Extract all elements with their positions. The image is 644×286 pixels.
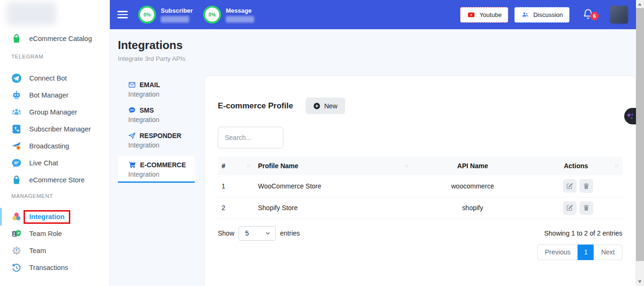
notification-count-badge: 6 [590, 12, 599, 20]
subscriber-stat-value-blurred [161, 16, 189, 23]
profile-name-cell: Shopify Store [254, 197, 412, 219]
sidebar-item-label: Subscriber Manager [29, 125, 91, 133]
youtube-icon [467, 11, 476, 18]
column-header-profile-name[interactable]: Profile Name ↑↓ [254, 156, 412, 175]
tab-label: RESPONDER [140, 132, 182, 139]
scrollbar-down-arrow[interactable] [638, 280, 642, 283]
tab-sms-integration[interactable]: SMS SMS Integration [118, 105, 195, 123]
page-size-select[interactable]: 5 [239, 226, 276, 241]
edit-button[interactable] [563, 179, 577, 193]
entries-label: entries [280, 229, 300, 237]
delete-button[interactable] [579, 179, 593, 193]
tab-sublabel: Integration [128, 171, 195, 178]
chat-bubble-icon [11, 158, 22, 168]
row-index-cell: 1 [218, 175, 254, 197]
discussion-button-label: Discussion [533, 11, 563, 18]
purple-sparkles-icon [626, 112, 635, 121]
shopping-bag-green-icon [11, 33, 22, 44]
sidebar-item-live-chat[interactable]: Live Chat [0, 155, 109, 172]
search-input[interactable] [218, 127, 283, 148]
shopping-cart-icon [128, 161, 136, 169]
message-progress-ring: 0% [203, 6, 221, 24]
sidebar-item-group-manager[interactable]: Group Manager [0, 104, 109, 121]
sidebar-item-ecommerce-catalog[interactable]: eCommerce Catalog [0, 28, 109, 49]
history-clock-icon [11, 262, 22, 273]
sidebar-item-label: eCommerce Catalog [29, 35, 92, 42]
column-header-api-name[interactable]: API Name [412, 156, 533, 175]
telegram-plane-icon [11, 73, 22, 83]
shopping-bag-blue-icon [11, 175, 22, 185]
sidebar-item-subscriber-manager[interactable]: Subscriber Manager [0, 121, 109, 138]
tab-sublabel: Integration [128, 141, 195, 149]
sort-icon: ↑↓ [247, 163, 250, 168]
sidebar-item-bot-manager[interactable]: Bot Manager [0, 87, 109, 104]
api-name-cell: shopify [412, 197, 533, 219]
page-size-value: 5 [245, 229, 249, 237]
sidebar-management-list: Integration Team Role Team Transaction [0, 204, 109, 276]
tab-label: EMAIL [140, 81, 160, 89]
tab-email-integration[interactable]: EMAIL Integration [118, 80, 195, 98]
new-profile-button[interactable]: New [305, 98, 345, 114]
table-row: 2 Shopify Store shopify [218, 197, 622, 219]
sort-icon: ↑↓ [405, 163, 408, 168]
subscriber-progress-ring: 0% [138, 6, 156, 24]
column-label: Actions [564, 162, 588, 170]
sidebar-item-label: Connect Bot [29, 74, 67, 82]
scrollbar-up-arrow[interactable] [638, 3, 642, 6]
column-header-actions[interactable]: Actions ↑↓ [533, 156, 622, 175]
tab-sublabel: Integration [128, 90, 195, 98]
plus-circle-icon [313, 102, 321, 110]
column-label: Profile Name [258, 162, 298, 170]
previous-page-button[interactable]: Previous [537, 245, 578, 260]
sidebar-item-label: Group Manager [29, 108, 77, 116]
sidebar: eCommerce Catalog TELEGRAM Connect Bot B… [0, 0, 110, 286]
app-logo [7, 2, 57, 25]
delete-button[interactable] [579, 201, 593, 215]
sidebar-item-label: eCommerce Store [29, 176, 85, 184]
tab-ecommerce-integration[interactable]: E-COMMERCE Integration [118, 156, 195, 183]
sidebar-item-label: Integration [29, 213, 65, 221]
vertical-scrollbar [636, 0, 644, 286]
youtube-button[interactable]: Youtube [460, 7, 508, 23]
next-page-button[interactable]: Next [594, 245, 622, 260]
table-row: 1 WooCommerce Store woocommerce [218, 175, 622, 197]
discussion-button[interactable]: Discussion [514, 7, 570, 23]
ecommerce-profile-card: E-commerce Profile New # [204, 75, 636, 286]
column-label: API Name [457, 162, 488, 170]
email-envelope-icon [128, 81, 136, 89]
sidebar-item-label: Bot Manager [29, 91, 68, 99]
sidebar-section-telegram: TELEGRAM [0, 49, 109, 64]
notifications-button[interactable]: 6 [582, 8, 595, 22]
annotation-highlight-box: Integration [24, 210, 70, 224]
sidebar-item-label: Team Role [29, 230, 62, 237]
user-avatar[interactable] [610, 5, 628, 24]
pagination: Previous 1 Next [218, 245, 622, 260]
api-name-cell: woocommerce [412, 175, 533, 197]
edit-button[interactable] [563, 201, 577, 215]
role-badge-shield-icon [11, 229, 22, 239]
sidebar-item-team-role[interactable]: Team Role [0, 225, 109, 242]
sms-bubble-icon: SMS [128, 106, 136, 114]
integration-subnav: EMAIL Integration SMS SMS Integration [118, 80, 195, 183]
subscriber-stat: 0% Subscriber [138, 6, 193, 24]
active-item-indicator [0, 208, 2, 226]
svg-text:SMS: SMS [130, 109, 134, 111]
main-content: Integrations Integrate 3rd Party APIs EM… [110, 29, 644, 286]
sidebar-item-ecommerce-store[interactable]: eCommerce Store [0, 172, 109, 188]
sidebar-item-integration[interactable]: Integration [0, 208, 109, 225]
app-window: eCommerce Catalog TELEGRAM Connect Bot B… [0, 0, 644, 286]
sidebar-item-connect-bot[interactable]: Connect Bot [0, 70, 109, 87]
sidebar-item-transactions[interactable]: Transactions [0, 259, 109, 276]
column-label: # [222, 162, 225, 170]
sidebar-item-label: Broadcasting [29, 142, 69, 150]
message-stat: 0% Message [203, 6, 254, 24]
page-1-button[interactable]: 1 [578, 245, 594, 260]
hamburger-menu-icon[interactable] [117, 9, 128, 20]
sidebar-item-team[interactable]: Team [0, 242, 109, 259]
scrollbar-thumb[interactable] [636, 8, 644, 261]
column-header-index[interactable]: # ↑↓ [218, 156, 254, 175]
row-index-cell: 2 [218, 197, 254, 219]
tab-responder-integration[interactable]: RESPONDER Integration [118, 131, 195, 149]
sidebar-item-broadcasting[interactable]: Broadcasting [0, 138, 109, 155]
message-stat-value-blurred [226, 16, 254, 23]
